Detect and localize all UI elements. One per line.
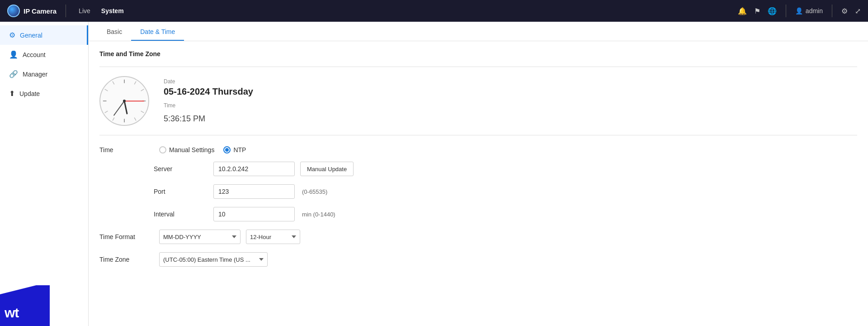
section-title: Time and Time Zone [99, 50, 857, 58]
server-input[interactable] [213, 162, 295, 176]
user-divider [786, 5, 786, 17]
date-format-select[interactable]: MM-DD-YYYY DD-MM-YYYY YYYY-MM-DD [159, 230, 241, 244]
update-icon: ⬆ [9, 89, 15, 98]
ntp-option[interactable]: NTP [223, 146, 246, 153]
nav-divider [66, 5, 66, 17]
settings-icon[interactable]: ⚙ [841, 7, 848, 15]
sidebar-item-manager[interactable]: 🔗 Manager [0, 64, 88, 84]
datetime-info: Date 05-16-2024 Thursday Time 5:36:15 PM [164, 78, 253, 124]
manual-update-button[interactable]: Manual Update [300, 162, 354, 176]
svg-line-6 [141, 111, 144, 113]
manager-icon: 🔗 [9, 70, 18, 78]
tab-datetime[interactable]: Date & Time [131, 22, 184, 41]
clock-center-dot [123, 100, 126, 102]
date-value: 05-16-2024 Thursday [164, 86, 253, 97]
hour-format-select[interactable]: 12-Hour 24-Hour [246, 230, 300, 244]
sidebar: ⚙ General 👤 Account 🔗 Manager ⬆ Update w… [0, 22, 89, 326]
port-hint: (0-65535) [302, 188, 327, 195]
time-format-row: Time Format MM-DD-YYYY DD-MM-YYYY YYYY-M… [99, 230, 857, 244]
main-layout: ⚙ General 👤 Account 🔗 Manager ⬆ Update w… [0, 22, 868, 326]
section-divider [99, 67, 857, 67]
navbar-nav: Live System [79, 7, 731, 14]
manual-settings-label: Manual Settings [169, 146, 214, 153]
time-zone-label: Time Zone [99, 256, 154, 263]
time-settings-form: Time Manual Settings NTP Serve [99, 146, 857, 284]
svg-line-9 [105, 89, 108, 91]
time-label: Time [164, 102, 253, 109]
bell-icon[interactable]: 🔔 [738, 7, 747, 15]
logo-circle-icon [7, 5, 20, 17]
svg-line-4 [134, 82, 136, 85]
port-label: Port [154, 188, 208, 195]
settings-divider [832, 5, 832, 17]
user-menu[interactable]: 👤 admin [795, 7, 823, 14]
tabs-bar: Basic Date & Time [89, 22, 868, 41]
clock-second-hand [124, 101, 144, 101]
manual-settings-option[interactable]: Manual Settings [159, 146, 214, 153]
time-zone-row: Time Zone (UTC-05:00) Eastern Time (US .… [99, 252, 857, 267]
sidebar-label-update: Update [19, 90, 40, 97]
time-mode-radio-group: Manual Settings NTP [159, 146, 246, 153]
wt-logo-container: wt [0, 285, 50, 326]
sidebar-item-account[interactable]: 👤 Account [0, 45, 88, 64]
sidebar-label-general: General [20, 32, 42, 39]
timezone-select[interactable]: (UTC-05:00) Eastern Time (US ... (UTC+00… [159, 252, 268, 267]
port-input[interactable] [213, 184, 295, 199]
navbar: IP Camera Live System 🔔 ⚑ 🌐 👤 admin ⚙ ⤢ [0, 0, 868, 22]
expand-icon[interactable]: ⤢ [855, 7, 861, 15]
time-mode-label: Time [99, 146, 154, 153]
wt-logo-text: wt [5, 305, 19, 321]
globe-icon[interactable]: 🌐 [768, 7, 777, 15]
sidebar-label-account: Account [23, 51, 46, 58]
interval-row: Interval min (0-1440) [99, 207, 857, 221]
server-row: Server Manual Update [99, 162, 857, 176]
clock-face [99, 76, 149, 126]
main-content: Basic Date & Time Time and Time Zone [89, 22, 868, 326]
svg-line-7 [134, 118, 136, 121]
flag-icon[interactable]: ⚑ [754, 7, 760, 15]
time-format-label: Time Format [99, 233, 154, 240]
nav-live[interactable]: Live [79, 7, 90, 14]
general-icon: ⚙ [9, 31, 15, 39]
ntp-label: NTP [233, 146, 246, 153]
nav-system[interactable]: System [101, 7, 124, 14]
content-section: Time and Time Zone [89, 41, 868, 293]
tab-basic[interactable]: Basic [98, 22, 131, 41]
server-label: Server [154, 165, 208, 173]
svg-line-8 [113, 82, 114, 85]
app-logo[interactable]: IP Camera [7, 5, 57, 17]
username-label: admin [806, 7, 823, 14]
ntp-radio-circle [223, 146, 231, 153]
interval-input[interactable] [213, 207, 295, 221]
svg-line-10 [105, 111, 108, 113]
app-title: IP Camera [24, 7, 57, 15]
interval-hint: min (0-1440) [302, 211, 335, 218]
manual-radio-circle [159, 146, 166, 153]
navbar-right: 🔔 ⚑ 🌐 👤 admin ⚙ ⤢ [738, 5, 861, 17]
time-mode-row: Time Manual Settings NTP [99, 146, 857, 153]
sidebar-label-manager: Manager [23, 71, 47, 78]
sidebar-item-general[interactable]: ⚙ General [0, 25, 88, 45]
port-row: Port (0-65535) [99, 184, 857, 199]
svg-line-11 [113, 118, 114, 121]
datetime-row: Date 05-16-2024 Thursday Time 5:36:15 PM [99, 76, 857, 135]
account-icon: 👤 [9, 50, 18, 59]
sidebar-item-update[interactable]: ⬆ Update [0, 84, 88, 103]
interval-label: Interval [154, 211, 208, 218]
user-icon: 👤 [795, 7, 803, 14]
date-label: Date [164, 78, 253, 85]
svg-line-5 [141, 89, 144, 91]
time-value: 5:36:15 PM [164, 114, 253, 124]
